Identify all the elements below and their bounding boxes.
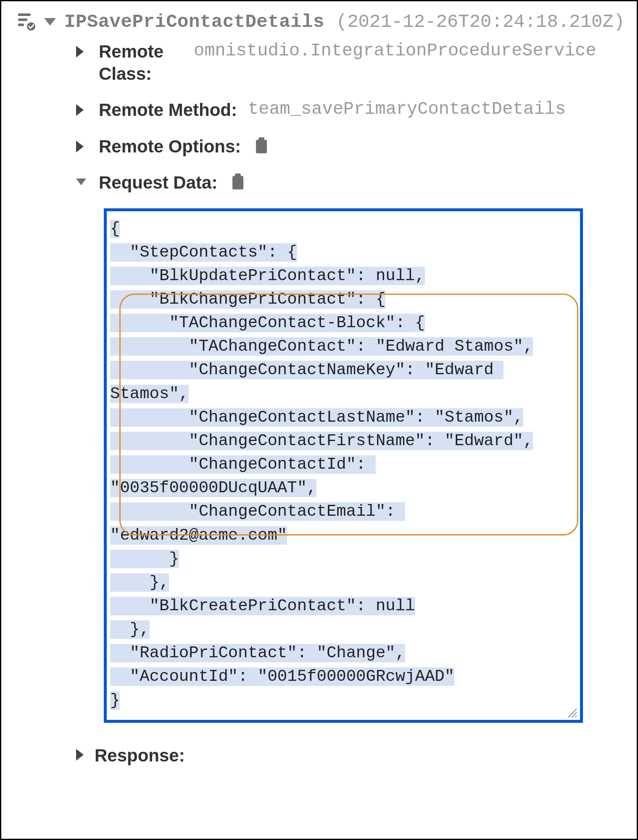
response-label: Response: xyxy=(95,745,185,767)
chevron-right-icon xyxy=(76,749,84,761)
request-data-label: Request Data: xyxy=(99,172,217,194)
response-row: Response: xyxy=(76,745,625,767)
expand-toggle[interactable] xyxy=(76,749,84,762)
clipboard-icon[interactable] xyxy=(254,137,269,154)
request-data-textarea[interactable]: { "StepContacts": { "BlkUpdatePriContact… xyxy=(104,208,583,723)
step-timestamp: (2021-12-26T20:24:18.210Z) xyxy=(336,11,625,32)
resize-handle-icon[interactable] xyxy=(567,707,577,718)
request-data-json: { "StepContacts": { "BlkUpdatePriContact… xyxy=(110,217,577,712)
svg-rect-5 xyxy=(258,137,264,142)
remote-class-value: omnistudio.IntegrationProcedureService xyxy=(194,41,596,61)
chevron-right-icon xyxy=(76,104,84,116)
chevron-right-icon xyxy=(76,46,84,58)
expand-toggle[interactable] xyxy=(76,141,88,154)
collapse-toggle[interactable] xyxy=(76,178,88,187)
clipboard-icon[interactable] xyxy=(231,173,245,190)
debug-panel: IPSavePriContactDetails (2021-12-26T20:2… xyxy=(0,0,638,840)
svg-point-3 xyxy=(27,22,35,31)
integration-step-icon xyxy=(17,13,36,31)
step-header: IPSavePriContactDetails (2021-12-26T20:2… xyxy=(17,11,625,32)
remote-method-label: Remote Method: xyxy=(99,99,237,121)
step-properties: Remote Class: omnistudio.IntegrationProc… xyxy=(76,41,625,723)
request-data-row: Request Data: xyxy=(76,172,625,194)
chevron-down-icon xyxy=(76,178,86,185)
collapse-toggle-icon[interactable] xyxy=(44,18,56,26)
remote-options-row: Remote Options: xyxy=(76,136,625,158)
remote-class-row: Remote Class: omnistudio.IntegrationProc… xyxy=(76,41,625,85)
remote-method-value: team_savePrimaryContactDetails xyxy=(248,99,566,119)
svg-rect-7 xyxy=(235,173,241,178)
remote-class-label: Remote Class: xyxy=(99,41,183,85)
expand-toggle[interactable] xyxy=(76,104,88,118)
svg-rect-0 xyxy=(18,13,31,16)
svg-rect-4 xyxy=(256,140,267,153)
svg-rect-1 xyxy=(18,18,27,21)
svg-rect-6 xyxy=(232,176,243,189)
chevron-right-icon xyxy=(76,141,84,152)
step-name: IPSavePriContactDetails xyxy=(64,11,324,32)
remote-method-row: Remote Method: team_savePrimaryContactDe… xyxy=(76,99,625,121)
svg-rect-2 xyxy=(18,24,24,26)
remote-options-label: Remote Options: xyxy=(99,136,241,158)
expand-toggle[interactable] xyxy=(76,46,88,59)
